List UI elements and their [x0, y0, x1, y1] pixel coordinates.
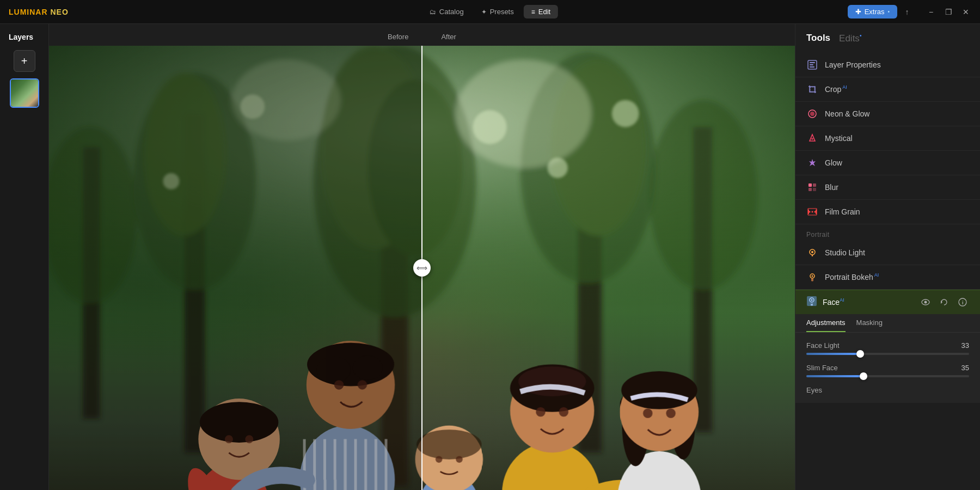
face-light-slider[interactable]	[806, 353, 969, 355]
face-visibility-button[interactable]	[919, 296, 932, 309]
svg-point-56	[456, 456, 462, 462]
svg-point-84	[473, 110, 506, 144]
layers-sidebar: Layers +	[0, 24, 49, 490]
presets-button[interactable]: ✦ Presets	[474, 5, 522, 19]
edits-tab[interactable]: Edits•	[839, 33, 861, 46]
tool-item-portrait-bokeh[interactable]: Portrait BokehAI	[795, 265, 980, 290]
svg-rect-98	[808, 183, 812, 187]
svg-point-76	[643, 408, 652, 418]
face-panel-header[interactable]: FaceAI i	[795, 290, 980, 314]
svg-point-55	[436, 456, 442, 462]
close-button[interactable]: ✕	[960, 7, 971, 17]
tool-item-glow[interactable]: Glow	[795, 151, 980, 175]
eyes-label: Eyes	[806, 386, 822, 394]
edit-button[interactable]: ≡ Edit	[524, 5, 558, 19]
svg-point-97	[811, 138, 813, 140]
extras-button[interactable]: ✚ Extras •	[848, 5, 897, 19]
svg-rect-101	[813, 188, 816, 191]
add-layer-button[interactable]: +	[14, 50, 35, 72]
share-button[interactable]: ↑	[902, 7, 912, 17]
svg-point-4	[367, 79, 462, 256]
glow-label: Glow	[825, 158, 969, 167]
svg-rect-106	[808, 210, 809, 214]
before-label: Before	[377, 30, 425, 43]
svg-point-14	[649, 100, 757, 290]
tool-item-studio-light[interactable]: Studio Light	[795, 241, 980, 265]
extras-plus-icon: ✚	[855, 8, 861, 16]
slim-face-row: Slim Face 35	[806, 364, 969, 377]
tool-item-mystical[interactable]: Mystical	[795, 126, 980, 151]
svg-rect-99	[813, 183, 816, 187]
slim-face-slider[interactable]	[806, 375, 969, 377]
svg-point-15	[456, 59, 591, 168]
tools-list: Layer Properties CropAI Neon & Glow	[795, 51, 980, 490]
svg-rect-37	[334, 439, 336, 490]
tool-item-neon-glow[interactable]: Neon & Glow	[795, 102, 980, 126]
face-light-thumb[interactable]	[856, 350, 864, 358]
window-controls: − ❐ ✕	[926, 7, 971, 17]
slim-face-thumb[interactable]	[860, 372, 867, 380]
slim-face-label: Slim Face	[806, 364, 838, 372]
face-light-fill	[806, 353, 860, 355]
svg-point-27	[199, 402, 278, 443]
neon-glow-label: Neon & Glow	[825, 109, 969, 118]
svg-point-113	[812, 275, 813, 277]
tool-item-crop[interactable]: CropAI	[795, 77, 980, 102]
crop-label: CropAI	[825, 84, 969, 94]
face-tab-adjustments[interactable]: Adjustments	[806, 314, 846, 332]
face-light-row: Face Light 33	[806, 341, 969, 355]
portrait-section-label: Portrait	[795, 224, 980, 241]
face-tabs: Adjustments Masking	[795, 314, 980, 333]
face-panel-controls: i	[919, 296, 969, 309]
tools-header: Tools Edits•	[795, 24, 980, 51]
eyes-row: Eyes	[806, 386, 969, 394]
before-after-bar: Before After	[49, 30, 795, 43]
titlebar: LUMINAR NEO 🗂 Catalog ✦ Presets ≡ Edit ✚…	[0, 0, 980, 24]
slim-face-header: Slim Face 35	[806, 364, 969, 372]
layer-thumb-image	[11, 79, 38, 107]
face-reset-button[interactable]	[938, 296, 951, 309]
portrait-bokeh-icon	[806, 271, 818, 283]
face-info-button[interactable]: i	[956, 296, 969, 309]
catalog-icon: 🗂	[430, 8, 436, 16]
svg-point-77	[666, 408, 675, 418]
svg-rect-90	[810, 62, 815, 63]
maximize-button[interactable]: ❐	[943, 7, 954, 17]
after-label: After	[425, 30, 467, 43]
tools-tab[interactable]: Tools	[806, 33, 830, 46]
svg-point-48	[334, 380, 344, 389]
svg-text:i: i	[962, 300, 964, 305]
face-adjustments: Face Light 33 Slim Face 35	[795, 333, 980, 403]
mystical-icon	[806, 132, 818, 144]
svg-rect-111	[812, 255, 812, 256]
app-logo: LUMINAR NEO	[9, 8, 69, 16]
slim-face-value: 35	[961, 364, 969, 372]
svg-point-116	[811, 299, 813, 301]
tool-item-film-grain[interactable]: Film Grain	[795, 200, 980, 224]
svg-rect-100	[808, 188, 812, 191]
face-panel-icon	[806, 296, 817, 309]
face-panel: FaceAI i Adjustm	[795, 290, 980, 403]
share-icon: ↑	[905, 8, 909, 16]
minimize-button[interactable]: −	[926, 7, 936, 17]
face-tab-masking[interactable]: Masking	[856, 314, 883, 332]
svg-point-85	[240, 95, 265, 119]
layer-thumbnail[interactable]	[10, 78, 39, 108]
svg-rect-41	[375, 439, 377, 490]
tool-item-layer-properties[interactable]: Layer Properties	[795, 53, 980, 77]
split-handle[interactable]: ⟺	[413, 259, 431, 277]
canvas-area: Before After	[49, 24, 795, 490]
eyes-header: Eyes	[806, 386, 969, 394]
neon-glow-icon	[806, 108, 818, 120]
catalog-button[interactable]: 🗂 Catalog	[422, 5, 471, 19]
face-panel-title: FaceAI	[823, 297, 914, 307]
svg-rect-42	[385, 439, 388, 490]
tool-item-blur[interactable]: Blur	[795, 175, 980, 200]
svg-rect-38	[344, 439, 347, 490]
svg-point-7	[144, 73, 225, 236]
svg-point-87	[547, 157, 567, 177]
svg-rect-93	[810, 87, 814, 91]
edit-icon: ≡	[531, 8, 535, 16]
svg-point-28	[225, 435, 233, 443]
svg-point-104	[812, 211, 813, 212]
